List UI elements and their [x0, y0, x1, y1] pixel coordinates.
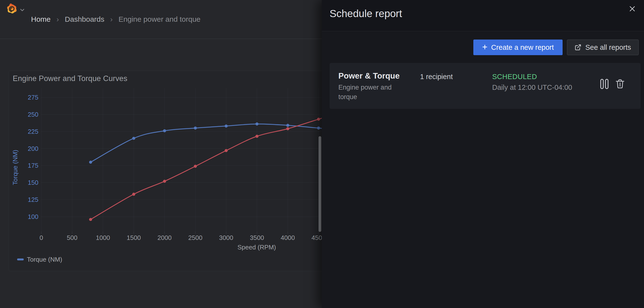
svg-text:150: 150 — [28, 179, 38, 186]
close-button[interactable] — [627, 4, 637, 14]
plus-icon: + — [482, 42, 488, 51]
svg-text:275: 275 — [28, 94, 38, 101]
svg-text:2500: 2500 — [188, 234, 202, 241]
svg-text:175: 175 — [28, 162, 38, 169]
report-recipients: 1 recipient — [420, 73, 453, 81]
breadcrumb-current-page: Engine power and torque — [118, 15, 200, 23]
svg-text:0: 0 — [40, 234, 43, 241]
svg-text:Torque (NM): Torque (NM) — [12, 150, 19, 185]
close-icon — [629, 5, 636, 12]
svg-text:250: 250 — [28, 111, 38, 118]
create-report-label: Create a new report — [491, 43, 554, 51]
legend-label: Torque (NM) — [27, 256, 62, 263]
report-status-badge: SCHEDULED — [492, 73, 537, 81]
svg-text:225: 225 — [28, 128, 38, 135]
dashboard-scrollbar[interactable] — [318, 136, 321, 232]
breadcrumb-separator-icon: › — [56, 15, 59, 23]
external-link-icon — [574, 44, 582, 51]
grafana-logo[interactable] — [6, 3, 18, 15]
legend-swatch — [17, 259, 24, 260]
svg-text:100: 100 — [28, 213, 38, 220]
see-all-reports-label: See all reports — [585, 43, 631, 51]
svg-text:3500: 3500 — [250, 234, 264, 241]
drawer-actions: + Create a new report See all reports — [473, 39, 638, 55]
svg-text:125: 125 — [28, 196, 38, 203]
svg-text:1000: 1000 — [96, 234, 110, 241]
svg-text:1500: 1500 — [127, 234, 141, 241]
pause-report-button[interactable] — [598, 78, 610, 90]
svg-text:2000: 2000 — [158, 234, 172, 241]
schedule-report-drawer: Schedule report + Create a new report Se… — [322, 0, 644, 308]
chevron-down-icon[interactable] — [20, 7, 25, 13]
create-report-button[interactable]: + Create a new report — [473, 39, 562, 55]
drawer-title: Schedule report — [330, 8, 402, 19]
breadcrumb-dashboards[interactable]: Dashboards — [65, 15, 104, 23]
svg-text:3000: 3000 — [219, 234, 233, 241]
drawer-header: Schedule report — [322, 0, 644, 31]
breadcrumb-separator-icon: › — [110, 15, 113, 23]
chart-legend-item[interactable]: Torque (NM) — [17, 256, 62, 263]
breadcrumb-home[interactable]: Home — [31, 15, 50, 23]
pause-icon — [600, 79, 609, 89]
svg-text:Speed (RPM): Speed (RPM) — [238, 244, 276, 251]
trash-icon — [616, 79, 625, 89]
report-description: Engine power and torque — [338, 83, 403, 102]
svg-text:500: 500 — [67, 234, 77, 241]
report-card: Power & Torque Engine power and torque 1… — [330, 63, 640, 109]
svg-text:200: 200 — [28, 145, 38, 152]
report-name: Power & Torque — [338, 71, 400, 81]
report-schedule: Daily at 12:00 UTC-04:00 — [492, 83, 572, 92]
see-all-reports-button[interactable]: See all reports — [567, 39, 638, 55]
breadcrumb: Home › Dashboards › Engine power and tor… — [31, 0, 200, 38]
svg-text:4000: 4000 — [281, 234, 295, 241]
delete-report-button[interactable] — [614, 78, 626, 90]
